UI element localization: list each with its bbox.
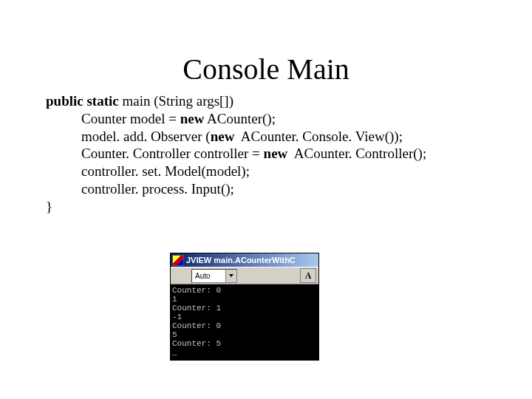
toolbar-button-1[interactable] bbox=[173, 268, 189, 283]
page-title: Console Main bbox=[0, 52, 532, 86]
console-line: _ bbox=[172, 348, 177, 357]
console-line: Counter: 0 bbox=[172, 321, 221, 330]
window-title-text: JVIEW main.ACounterWithC bbox=[186, 256, 296, 265]
code-close-brace: } bbox=[46, 198, 532, 216]
font-sample-button[interactable]: A bbox=[300, 268, 316, 283]
console-line: Counter: 0 bbox=[172, 286, 221, 295]
code-line-1: Counter model = new ACounter(); bbox=[46, 110, 532, 128]
window-toolbar: Auto A bbox=[171, 267, 318, 284]
console-line: Counter: 5 bbox=[172, 339, 221, 348]
console-line: Counter: 1 bbox=[172, 304, 221, 313]
code-signature: public static main (String args[]) bbox=[46, 92, 532, 110]
code-line-3: Counter. Controller controller = new ACo… bbox=[46, 145, 532, 163]
console-output: Counter: 0 1 Counter: 1 -1 Counter: 0 5 … bbox=[171, 284, 318, 360]
window-titlebar[interactable]: JVIEW main.ACounterWithC bbox=[171, 253, 318, 267]
console-line: 1 bbox=[172, 295, 177, 304]
code-line-5: controller. process. Input(); bbox=[46, 180, 532, 198]
dropdown-value: Auto bbox=[195, 272, 211, 280]
code-line-4: controller. set. Model(model); bbox=[46, 163, 532, 180]
app-icon bbox=[172, 255, 184, 266]
console-line: -1 bbox=[172, 313, 182, 321]
console-window: JVIEW main.ACounterWithC Auto A Counter:… bbox=[170, 253, 319, 361]
toolbar-button-3[interactable] bbox=[258, 268, 274, 283]
code-line-2: model. add. Observer (new ACounter. Cons… bbox=[46, 128, 532, 146]
console-line: 5 bbox=[172, 330, 177, 339]
font-dropdown[interactable]: Auto bbox=[191, 269, 237, 283]
chevron-down-icon[interactable] bbox=[225, 270, 236, 282]
code-block: public static main (String args[]) Count… bbox=[46, 92, 532, 215]
toolbar-button-2[interactable] bbox=[239, 268, 256, 283]
